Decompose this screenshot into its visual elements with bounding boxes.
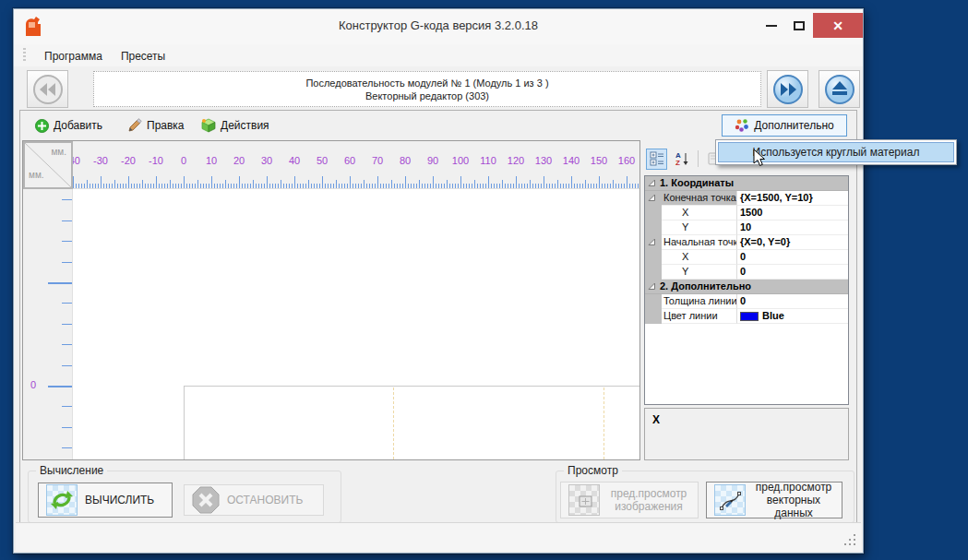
category-row[interactable]: 2. Дополнительно — [645, 280, 848, 294]
property-label: Цвет линии — [662, 309, 737, 324]
vruler-tick — [62, 199, 72, 200]
finish-module-button[interactable] — [819, 70, 860, 108]
compute-button[interactable]: ВЫЧИСЛИТЬ — [38, 483, 173, 518]
hruler-label: 40 — [289, 155, 300, 166]
compute-button-label: ВЫЧИСЛИТЬ — [85, 494, 154, 506]
indent-cell — [645, 294, 662, 309]
sort-alphabetical-button[interactable]: A Z — [671, 149, 692, 170]
eject-icon — [824, 74, 855, 105]
guide-dashed-line — [604, 387, 604, 459]
mouse-cursor — [753, 149, 766, 167]
image-preview-button: пред.просмотр изображения — [560, 482, 699, 518]
desktop: Конструктор G-кода версия 3.2.0.18 ✕ Про… — [0, 0, 968, 560]
hruler-label: -20 — [121, 155, 136, 166]
extra-button[interactable]: Дополнительно — [722, 114, 847, 137]
hruler-label: 90 — [427, 155, 438, 166]
vruler-tick — [62, 303, 72, 304]
vertical-ruler: 0 — [23, 189, 73, 459]
menu-item[interactable]: Пресеты — [112, 47, 174, 66]
rewind-icon — [32, 74, 64, 105]
actions-button[interactable]: Действия — [194, 114, 277, 137]
property-value-text: 0 — [740, 250, 746, 264]
category-row[interactable]: 1. Координаты — [645, 176, 848, 191]
vector-curve-icon — [718, 488, 742, 512]
property-value-text: {X=1500, Y=10} — [740, 191, 813, 205]
material-outline — [184, 386, 640, 460]
hruler-label: 60 — [344, 155, 355, 166]
hruler-label: 0 — [181, 155, 186, 166]
vruler-tick — [62, 241, 72, 242]
resize-grip[interactable] — [844, 534, 855, 545]
property-value[interactable]: {X=0, Y=0} — [737, 235, 848, 250]
close-icon: ✕ — [832, 19, 843, 32]
minimize-button[interactable] — [758, 15, 785, 37]
menu-item[interactable]: Программа — [35, 47, 112, 66]
vector-canvas-panel: мм. мм. -40-30-20-1001020304050607080901… — [22, 140, 640, 460]
hruler-label: 50 — [317, 155, 328, 166]
property-value[interactable]: 10 — [737, 220, 848, 235]
property-row[interactable]: Цвет линииBlue — [645, 309, 848, 324]
vruler-tick — [62, 262, 72, 263]
sort-az-icon: A Z — [675, 151, 689, 166]
property-row[interactable]: Y10 — [645, 220, 848, 235]
menubar-items: ПрограммаПресеты — [35, 47, 174, 64]
hruler-label: 150 — [591, 155, 607, 166]
compute-icon — [46, 484, 78, 516]
extra-dropdown-menu: Используется круглый материал — [715, 139, 957, 165]
property-value[interactable]: 0 — [737, 250, 848, 265]
module-editor-line2: Векторный редактор (303) — [365, 89, 489, 102]
vruler-tick — [62, 406, 72, 407]
module-navigation: Последовательность модулей № 1 (Модуль 1… — [14, 66, 863, 113]
property-value[interactable]: Blue — [737, 309, 848, 324]
vruler-tick — [48, 386, 72, 387]
next-module-button[interactable] — [767, 70, 808, 108]
property-value[interactable]: 0 — [737, 294, 848, 309]
property-value[interactable]: {X=1500, Y=10} — [737, 191, 848, 206]
vector-preview-button[interactable]: пред.просмотр векторных данных — [706, 482, 843, 518]
expander-icon[interactable] — [648, 179, 656, 187]
maximize-icon — [794, 21, 805, 30]
expander-icon[interactable] — [648, 282, 656, 291]
property-label: X — [662, 250, 737, 265]
indent-cell — [645, 220, 662, 235]
hruler-label: 110 — [480, 155, 496, 166]
drawing-canvas[interactable] — [73, 189, 639, 459]
hruler-label: 20 — [233, 155, 245, 166]
hruler-label: -10 — [149, 155, 163, 166]
property-value-text: {X=0, Y=0} — [740, 235, 790, 249]
hruler-label: 10 — [206, 155, 217, 166]
hruler-major-ticks — [73, 176, 639, 188]
property-value[interactable]: 0 — [737, 265, 848, 280]
hruler-label: 130 — [535, 155, 552, 166]
ruler-unit-top: мм. — [51, 147, 66, 157]
vector-preview-label: пред.просмотр векторных данных — [753, 481, 834, 519]
toolbar-grip — [23, 48, 26, 63]
add-button[interactable]: Добавить — [28, 114, 110, 137]
module-sequence-label: Последовательность модулей № 1 (Модуль 1… — [93, 71, 761, 107]
indent-cell — [645, 250, 662, 265]
image-preview-icon — [568, 484, 600, 516]
property-value-text: 1500 — [740, 206, 762, 220]
property-row[interactable]: Конечная точка{X=1500, Y=10} — [645, 191, 848, 206]
expander-icon[interactable] — [648, 238, 656, 246]
property-row[interactable]: Начальная точка{X=0, Y=0} — [645, 235, 848, 250]
window-title: Конструктор G-кода версия 3.2.0.18 — [14, 18, 863, 32]
property-row[interactable]: Y0 — [645, 265, 848, 280]
edit-button[interactable]: Правка — [120, 114, 192, 137]
module-sequence-line1: Последовательность модулей № 1 (Модуль 1… — [305, 77, 548, 89]
close-button[interactable]: ✕ — [813, 13, 863, 38]
vruler-zero-label: 0 — [30, 379, 36, 390]
property-value[interactable]: 1500 — [737, 206, 848, 220]
property-row[interactable]: X0 — [645, 250, 848, 265]
property-row[interactable]: Толщина линии0 — [645, 294, 848, 309]
hruler-label: -40 — [73, 155, 80, 166]
indent-cell — [645, 265, 662, 280]
cube-icon — [201, 118, 216, 133]
categorized-button[interactable] — [646, 149, 667, 170]
property-row[interactable]: X1500 — [645, 206, 848, 220]
hruler-label: 70 — [372, 155, 383, 166]
expander-icon[interactable] — [648, 194, 656, 202]
minimize-icon — [766, 25, 777, 27]
maximize-button[interactable] — [785, 15, 813, 37]
categorized-icon — [650, 151, 664, 166]
